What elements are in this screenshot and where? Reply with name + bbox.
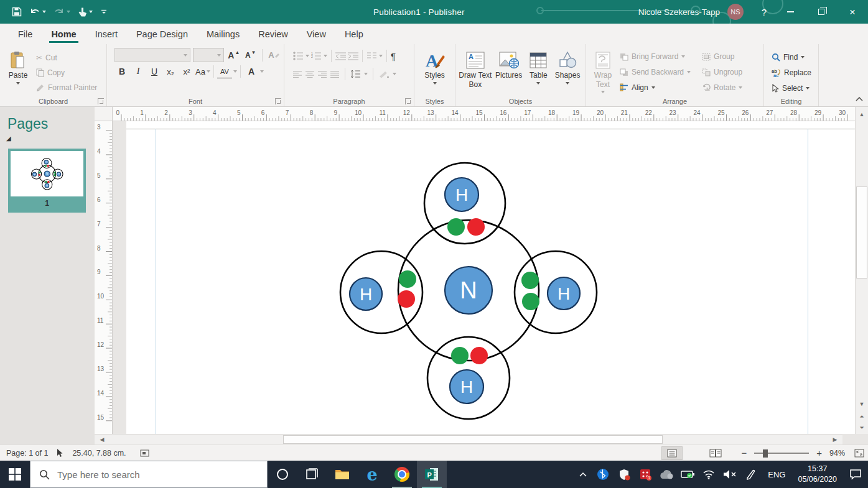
rotate-button[interactable]: Rotate: [699, 80, 745, 95]
align-center-icon[interactable]: [306, 70, 315, 78]
paragraph-dialog-launcher[interactable]: [405, 98, 411, 104]
change-case-button[interactable]: Aa: [195, 65, 210, 78]
increase-indent-icon[interactable]: [348, 52, 358, 60]
superscript-button[interactable]: x²: [179, 65, 194, 78]
tab-review[interactable]: Review: [249, 25, 297, 44]
wifi-tray-icon[interactable]: [698, 461, 719, 488]
rotate-chevron[interactable]: [739, 86, 742, 89]
character-spacing-button[interactable]: AV: [217, 65, 232, 78]
fit-page-button[interactable]: [854, 449, 864, 458]
draw-text-box-button[interactable]: A Draw Text Box: [458, 48, 493, 95]
taskbar-clock[interactable]: 15:37 05/06/2020: [791, 464, 843, 485]
chrome-button[interactable]: [387, 461, 417, 488]
scroll-down-button[interactable]: ▼: [856, 398, 868, 410]
hidden-icons-chevron[interactable]: [574, 461, 592, 488]
format-painter-button[interactable]: Format Painter: [34, 80, 100, 95]
copy-button[interactable]: Copy: [34, 65, 100, 80]
align-button[interactable]: Align: [617, 80, 693, 95]
bullets-chevron[interactable]: [306, 55, 309, 57]
save-button[interactable]: [9, 3, 25, 21]
font-color-button[interactable]: A: [244, 65, 259, 78]
single-page-view-button[interactable]: [661, 446, 683, 460]
page-thumbnail[interactable]: NHHHH 1: [8, 149, 86, 213]
tab-view[interactable]: View: [297, 25, 335, 44]
redo-button[interactable]: [50, 3, 73, 21]
battery-tray-icon[interactable]: [677, 461, 698, 488]
align-left-icon[interactable]: [293, 70, 302, 78]
font-color-chevron[interactable]: [260, 70, 264, 73]
align-chevron[interactable]: [651, 86, 655, 89]
tab-page-design[interactable]: Page Design: [127, 25, 197, 44]
zoom-level[interactable]: 94%: [829, 449, 849, 458]
wrap-text-button[interactable]: Wrap Text: [589, 48, 617, 95]
pen-tray-icon[interactable]: [740, 461, 762, 488]
shrink-font-button[interactable]: A▼: [243, 48, 258, 62]
table-button[interactable]: Table: [525, 48, 552, 95]
minimize-button[interactable]: [775, 0, 806, 24]
next-page-button[interactable]: ⏷: [856, 421, 868, 434]
styles-button[interactable]: A Styles: [418, 48, 452, 95]
collapse-ribbon-button[interactable]: [856, 96, 863, 101]
find-button[interactable]: Find: [769, 49, 816, 65]
bold-button[interactable]: B: [114, 65, 129, 78]
scroll-left-button[interactable]: ◀: [96, 435, 108, 444]
paragraph-border-icon[interactable]: [378, 70, 390, 78]
start-button[interactable]: [0, 461, 30, 488]
line-spacing-chevron[interactable]: [364, 73, 368, 75]
vertical-scroll-thumb[interactable]: [856, 186, 867, 279]
select-chevron[interactable]: [806, 87, 810, 90]
vertical-ruler[interactable]: 3456789101112131415: [95, 121, 113, 434]
onedrive-tray-icon[interactable]: [656, 461, 677, 488]
send-backward-button[interactable]: Send Backward: [617, 65, 693, 80]
pictures-button[interactable]: Pictures: [493, 48, 525, 95]
clipboard-dialog-launcher[interactable]: [98, 98, 104, 104]
cut-button[interactable]: ✂ Cut: [34, 50, 100, 65]
grow-font-button[interactable]: A▲: [226, 48, 241, 62]
scroll-up-button[interactable]: ▲: [856, 108, 868, 121]
tab-insert[interactable]: Insert: [86, 25, 127, 44]
bring-forward-button[interactable]: Bring Forward: [617, 49, 693, 65]
language-indicator[interactable]: ENG: [762, 470, 791, 479]
show-formatting-button[interactable]: ¶: [391, 51, 396, 62]
taskbar-search[interactable]: [30, 461, 268, 488]
pages-panel-collapse-icon[interactable]: ◢: [0, 132, 95, 142]
publisher-taskbar-button[interactable]: P: [417, 461, 447, 488]
font-family-select[interactable]: [114, 48, 190, 62]
touch-mode-dropdown-chevron[interactable]: [89, 11, 93, 13]
tab-mailings[interactable]: Mailings: [197, 25, 249, 44]
security-shield-tray-icon[interactable]: [614, 461, 635, 488]
underline-button[interactable]: U: [147, 65, 162, 78]
close-button[interactable]: ×: [837, 0, 868, 24]
publication-canvas[interactable]: NHHHH: [113, 121, 855, 434]
action-center-button[interactable]: [843, 461, 868, 488]
subscript-button[interactable]: x₂: [163, 65, 178, 78]
vertical-scrollbar[interactable]: ▲ ▼ ⏶ ⏷: [855, 107, 868, 434]
shapes-dropdown-chevron[interactable]: [566, 82, 569, 85]
avatar[interactable]: NS: [727, 4, 744, 20]
scroll-right-button[interactable]: ▶: [829, 435, 841, 444]
zoom-out-button[interactable]: −: [739, 448, 749, 458]
find-chevron[interactable]: [801, 56, 805, 58]
tab-home[interactable]: Home: [42, 25, 85, 44]
font-size-select[interactable]: [193, 48, 224, 62]
volume-tray-icon[interactable]: [719, 461, 740, 488]
edge-button[interactable]: e: [357, 461, 387, 488]
redo-dropdown-chevron[interactable]: [67, 11, 70, 13]
horizontal-scroll-thumb[interactable]: [283, 435, 663, 444]
page-count-status[interactable]: Page: 1 of 1: [6, 449, 48, 458]
paragraph-border-chevron[interactable]: [393, 73, 396, 75]
clear-formatting-button[interactable]: A: [267, 48, 281, 62]
ungroup-button[interactable]: Ungroup: [699, 65, 745, 80]
bring-forward-chevron[interactable]: [681, 55, 685, 58]
user-name[interactable]: Nicole Szekeres-Tapp: [638, 7, 720, 17]
numbering-icon[interactable]: 12: [311, 52, 322, 60]
atom-diagram[interactable]: NHHHH: [113, 121, 855, 434]
select-button[interactable]: Select: [769, 80, 816, 96]
numbering-chevron[interactable]: [324, 55, 327, 57]
line-spacing-icon[interactable]: [350, 70, 361, 78]
table-dropdown-chevron[interactable]: [536, 82, 540, 85]
tab-help[interactable]: Help: [335, 25, 373, 44]
zoom-slider-handle[interactable]: [763, 449, 768, 458]
two-page-spread-button[interactable]: [705, 446, 726, 460]
wrap-text-chevron[interactable]: [601, 91, 605, 93]
